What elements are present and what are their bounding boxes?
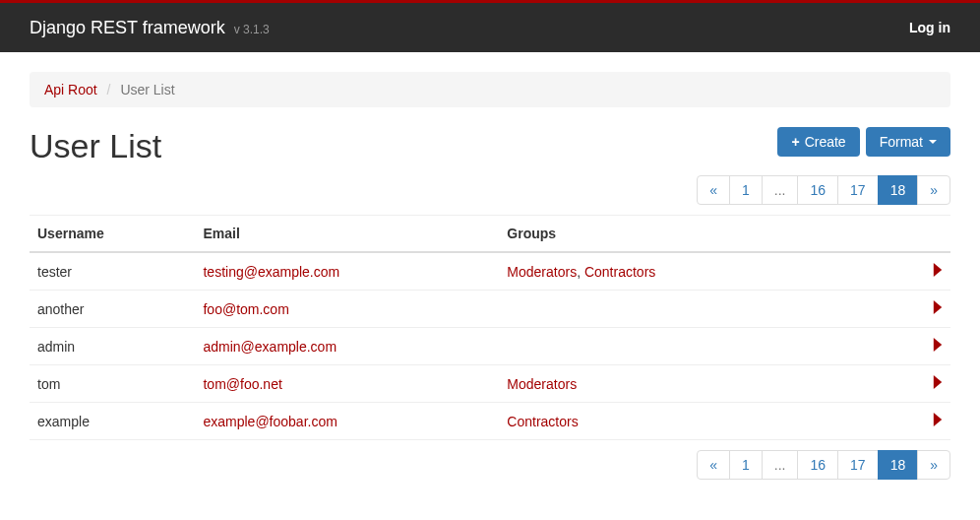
- brand-link[interactable]: Django REST framework v 3.1.3: [30, 18, 270, 38]
- breadcrumb-separator: /: [107, 82, 111, 98]
- page-1[interactable]: 1: [729, 450, 763, 480]
- th-action: [868, 216, 950, 253]
- page-18[interactable]: 18: [878, 450, 919, 480]
- page-17[interactable]: 17: [837, 175, 879, 205]
- table-header-row: Username Email Groups: [30, 216, 950, 253]
- format-button[interactable]: Format: [866, 127, 950, 157]
- breadcrumb-current: User List: [120, 82, 174, 98]
- plus-icon: +: [791, 134, 799, 150]
- create-button[interactable]: + Create: [777, 127, 859, 157]
- header-row: User List + Create Format: [30, 127, 950, 165]
- format-button-label: Format: [880, 134, 923, 150]
- navbar: Django REST framework v 3.1.3 Log in: [0, 3, 980, 52]
- cell-username: another: [30, 291, 195, 328]
- email-link[interactable]: example@foobar.com: [203, 414, 337, 429]
- group-link[interactable]: Contractors: [507, 414, 578, 429]
- page-17[interactable]: 17: [837, 450, 879, 480]
- table-row: adminadmin@example.com: [30, 328, 950, 365]
- chevron-right-icon: [933, 264, 943, 280]
- row-detail-button[interactable]: [868, 328, 950, 365]
- group-link[interactable]: Contractors: [584, 264, 655, 280]
- page-prev[interactable]: «: [697, 175, 730, 205]
- group-link[interactable]: Moderators: [507, 376, 577, 392]
- email-link[interactable]: tom@foo.net: [203, 376, 281, 392]
- page-16[interactable]: 16: [797, 450, 838, 480]
- page-18[interactable]: 18: [878, 175, 919, 205]
- th-username: Username: [30, 216, 195, 253]
- breadcrumb-root[interactable]: Api Root: [44, 82, 97, 98]
- pagination-top: «1...161718»: [30, 175, 950, 205]
- cell-groups: Moderators: [499, 365, 867, 403]
- cell-username: tom: [30, 365, 195, 403]
- row-detail-button[interactable]: [868, 403, 950, 440]
- cell-email: testing@example.com: [195, 252, 499, 291]
- brand-version: v 3.1.3: [234, 23, 270, 36]
- breadcrumb: Api Root / User List: [30, 72, 950, 107]
- row-detail-button[interactable]: [868, 365, 950, 403]
- cell-email: foo@tom.com: [195, 291, 499, 328]
- chevron-right-icon: [933, 339, 943, 355]
- user-table: Username Email Groups testertesting@exam…: [30, 215, 950, 440]
- email-link[interactable]: admin@example.com: [203, 339, 337, 355]
- page-next[interactable]: »: [917, 450, 950, 480]
- row-detail-button[interactable]: [868, 252, 950, 291]
- cell-email: tom@foo.net: [195, 365, 499, 403]
- cell-groups: Contractors: [499, 403, 867, 440]
- login-link[interactable]: Log in: [909, 20, 950, 35]
- cell-username: admin: [30, 328, 195, 365]
- table-row: tomtom@foo.netModerators: [30, 365, 950, 403]
- page-16[interactable]: 16: [797, 175, 838, 205]
- cell-email: admin@example.com: [195, 328, 499, 365]
- cell-groups: [499, 328, 867, 365]
- row-detail-button[interactable]: [868, 291, 950, 328]
- table-row: anotherfoo@tom.com: [30, 291, 950, 328]
- group-link[interactable]: Moderators: [507, 264, 577, 280]
- page-ellipsis: ...: [762, 175, 799, 205]
- cell-groups: Moderators, Contractors: [499, 252, 867, 291]
- chevron-right-icon: [933, 414, 943, 429]
- cell-groups: [499, 291, 867, 328]
- cell-email: example@foobar.com: [195, 403, 499, 440]
- page-ellipsis: ...: [762, 450, 799, 480]
- pagination-bottom: «1...161718»: [30, 450, 950, 480]
- page-title: User List: [30, 127, 161, 165]
- table-row: testertesting@example.comModerators, Con…: [30, 252, 950, 291]
- table-row: exampleexample@foobar.comContractors: [30, 403, 950, 440]
- page-next[interactable]: »: [917, 175, 950, 205]
- create-button-label: Create: [805, 134, 846, 150]
- main-container: Api Root / User List User List + Create …: [0, 52, 980, 509]
- cell-username: example: [30, 403, 195, 440]
- caret-down-icon: [929, 140, 937, 144]
- brand-name: Django REST framework: [30, 18, 225, 37]
- chevron-right-icon: [933, 376, 943, 392]
- action-buttons: + Create Format: [777, 127, 950, 157]
- cell-username: tester: [30, 252, 195, 291]
- th-groups: Groups: [499, 216, 867, 253]
- th-email: Email: [195, 216, 499, 253]
- email-link[interactable]: foo@tom.com: [203, 301, 288, 317]
- chevron-right-icon: [933, 301, 943, 317]
- email-link[interactable]: testing@example.com: [203, 264, 339, 280]
- page-prev[interactable]: «: [697, 450, 730, 480]
- page-1[interactable]: 1: [729, 175, 763, 205]
